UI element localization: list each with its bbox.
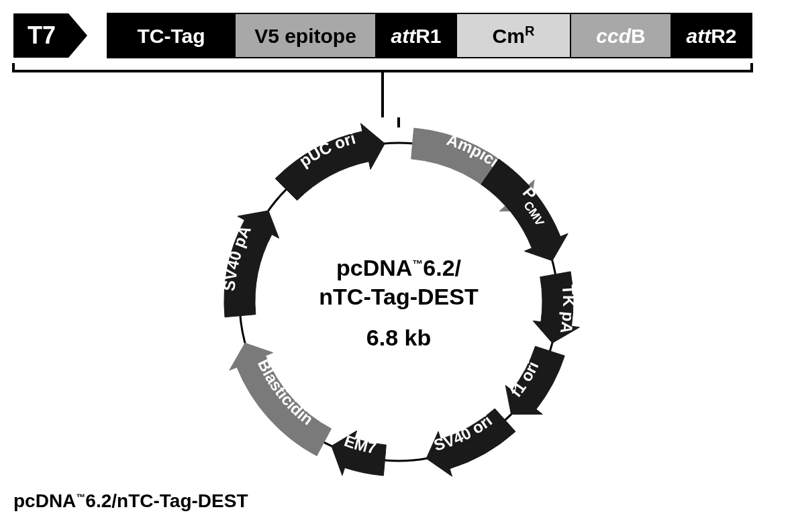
figure-caption: pcDNA™6.2/nTC-Tag-DEST [13,490,248,512]
svg-text:ccdB: ccdB [596,25,645,47]
svg-text:V5 epitope: V5 epitope [254,25,356,47]
plasmid-center-label: pcDNA™6.2/ nTC-Tag-DEST 6.8 kb [278,255,519,351]
svg-text:TK pA: TK pA [557,284,578,335]
svg-text:attR2: attR2 [686,25,736,47]
svg-text:TC-Tag: TC-Tag [137,25,205,47]
svg-text:attR1: attR1 [391,25,441,47]
svg-text:T7: T7 [28,21,56,49]
